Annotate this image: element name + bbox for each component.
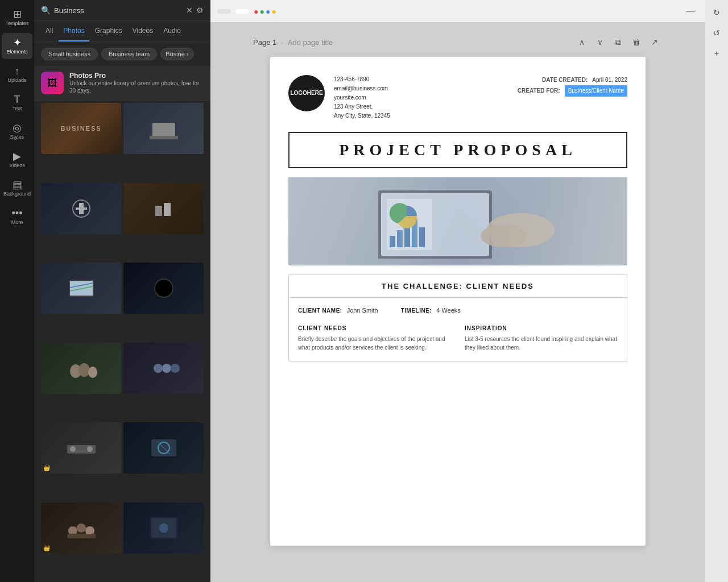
- filter-icon[interactable]: ⚙: [196, 6, 204, 15]
- panel-tabs: All Photos Graphics Videos Audio: [34, 21, 210, 42]
- svg-point-20: [70, 446, 76, 452]
- photo-thumbnail-9: [41, 422, 121, 473]
- chip-small-business[interactable]: Small business: [41, 48, 98, 60]
- page-header: Page 1 - Add page title ∧ ∨ ⧉ 🗑 ↗: [253, 34, 663, 50]
- doc-address1: 123 Any Street,: [334, 102, 390, 111]
- sidebar-item-styles[interactable]: ◎ Styles: [2, 118, 32, 144]
- undo-button[interactable]: ↺: [709, 25, 725, 41]
- photo-thumbnail-5: [41, 263, 121, 314]
- more-icon: •••: [12, 208, 23, 218]
- page-title: Page 1 - Add page title: [253, 38, 333, 47]
- clear-search-icon[interactable]: ✕: [186, 6, 193, 15]
- client-name-label: CLIENT NAME:: [298, 307, 342, 314]
- doc-date-value: April 01, 2022: [592, 75, 627, 85]
- refresh-button[interactable]: ↻: [709, 5, 725, 20]
- photo-item[interactable]: 👑: [41, 422, 121, 473]
- photo-item[interactable]: 👑: [41, 502, 121, 554]
- crown-badge-2: 👑: [43, 545, 50, 551]
- sidebar-item-elements-label: Elements: [6, 49, 28, 55]
- add-page-button[interactable]: ↗: [647, 34, 663, 50]
- svg-point-42: [481, 225, 526, 247]
- doc-challenge-row2: CLIENT NEEDS Briefly describe the goals …: [298, 325, 618, 352]
- sidebar-item-videos-label: Videos: [9, 163, 24, 168]
- add-button[interactable]: +: [709, 45, 725, 61]
- logo-line2: HERE: [307, 90, 323, 97]
- client-needs-label: CLIENT NEEDS: [298, 325, 451, 331]
- sidebar-item-background[interactable]: ▤ Background: [2, 175, 32, 201]
- sidebar-item-elements[interactable]: ✦ Elements: [2, 33, 32, 59]
- client-needs-section: CLIENT NEEDS Briefly describe the goals …: [298, 325, 451, 352]
- sidebar-item-more[interactable]: ••• More: [2, 203, 32, 230]
- photos-pro-icon: 🖼: [41, 72, 64, 94]
- chip-business-more[interactable]: Busine ›: [160, 48, 193, 60]
- photo-item[interactable]: [41, 263, 121, 314]
- photo-item[interactable]: [123, 343, 204, 394]
- photo-thumbnail-12: [123, 502, 204, 554]
- tab-photos[interactable]: Photos: [59, 21, 89, 41]
- svg-rect-5: [155, 206, 162, 216]
- svg-rect-35: [390, 236, 395, 247]
- background-icon: ▤: [13, 180, 22, 190]
- photos-pro-banner[interactable]: 🖼 Photos Pro Unlock our entire library o…: [34, 66, 210, 101]
- photo-item[interactable]: [123, 103, 204, 154]
- svg-point-26: [77, 523, 86, 533]
- svg-rect-6: [164, 203, 171, 216]
- logo-line1: LOGO: [290, 90, 307, 97]
- page-label: Page 1: [253, 38, 276, 47]
- inspiration-section: INSPIRATION List 3-5 resources the clien…: [465, 325, 618, 352]
- photo-thumbnail-1: BUSINESS: [41, 103, 121, 154]
- chip-business-team[interactable]: Business team: [101, 48, 157, 60]
- chevron-down-button[interactable]: ∨: [592, 34, 608, 50]
- sidebar-item-videos[interactable]: ▶ Videos: [2, 147, 32, 173]
- svg-point-31: [159, 523, 168, 533]
- tab-audio[interactable]: Audio: [159, 21, 185, 41]
- right-panel: ↻ ↺ +: [705, 0, 728, 582]
- doc-created-for-label: CREATED FOR:: [518, 86, 560, 96]
- search-icon: 🔍: [41, 6, 51, 15]
- minimize-button[interactable]: —: [682, 6, 698, 16]
- photo-item[interactable]: [123, 263, 204, 314]
- client-name-value: John Smith: [347, 307, 378, 314]
- sidebar-item-background-label: Background: [3, 191, 31, 197]
- photo-item[interactable]: [41, 183, 121, 234]
- tab-graphics[interactable]: Graphics: [90, 21, 127, 41]
- doc-created-for-value[interactable]: Business/Client Name: [565, 85, 627, 97]
- doc-address2: Any City, State, 12345: [334, 111, 390, 120]
- copy-page-button[interactable]: ⧉: [610, 34, 626, 50]
- photo-item[interactable]: [41, 343, 121, 394]
- sidebar-item-text[interactable]: T Text: [2, 90, 32, 116]
- challenge-header-text: THE CHALLENGE: CLIENT NEEDS: [296, 282, 620, 290]
- photo-item[interactable]: [123, 422, 204, 473]
- doc-phone: 123-456-7890: [334, 75, 390, 84]
- top-bar-tab-1[interactable]: [217, 9, 231, 14]
- svg-rect-1: [150, 136, 178, 139]
- photo-thumbnail-7: [41, 343, 121, 394]
- chevron-up-button[interactable]: ∧: [574, 34, 590, 50]
- top-bar-tab-2[interactable]: [235, 9, 249, 14]
- tab-all[interactable]: All: [41, 21, 57, 41]
- uploads-icon: ↑: [15, 66, 20, 76]
- svg-rect-0: [152, 123, 175, 137]
- sidebar-item-templates[interactable]: ⊞ Templates: [2, 5, 32, 31]
- tab-videos[interactable]: Videos: [128, 21, 158, 41]
- photo-item[interactable]: [123, 183, 204, 234]
- search-input[interactable]: [54, 6, 183, 15]
- svg-point-14: [78, 363, 90, 377]
- photo-item[interactable]: [123, 502, 204, 554]
- doc-meta-for-row: CREATED FOR: Business/Client Name: [518, 85, 627, 97]
- photo-thumbnail-3: [41, 183, 121, 234]
- page-header-actions: ∧ ∨ ⧉ 🗑 ↗: [574, 34, 663, 50]
- doc-challenge-body: CLIENT NAME: John Smith TIMELINE: 4 Week…: [289, 298, 627, 361]
- photo-thumbnail-11: [41, 502, 121, 554]
- doc-proposal-title: PROJECT PROPOSAL: [288, 132, 627, 168]
- sidebar-item-uploads[interactable]: ↑ Uploads: [2, 61, 32, 88]
- svg-point-16: [154, 364, 163, 373]
- doc-date-label: DATE CREATED:: [542, 75, 588, 85]
- svg-rect-39: [419, 227, 425, 247]
- delete-page-button[interactable]: 🗑: [628, 34, 644, 50]
- add-page-title[interactable]: Add page title: [288, 38, 333, 47]
- photos-pro-text: Photos Pro Unlock our entire library of …: [69, 72, 204, 94]
- photo-thumbnail-4: [123, 183, 204, 234]
- photo-item[interactable]: BUSINESS: [41, 103, 121, 154]
- doc-header: LOGO HERE 123-456-7890 email@business.co…: [288, 75, 627, 120]
